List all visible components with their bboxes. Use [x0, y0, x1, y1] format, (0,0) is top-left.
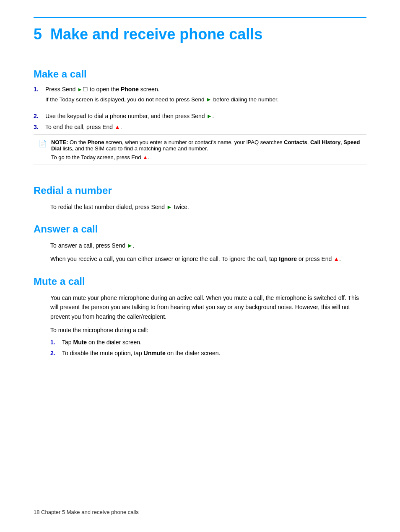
step3-text: To end the call, press End ▲. [45, 124, 366, 130]
answer-para-1: To answer a call, press Send ►. [50, 241, 366, 250]
chapter-title-text: Make and receive phone calls [50, 26, 262, 43]
page-header: 5 Make and receive phone calls [34, 17, 366, 43]
step-1: Press Send ►☐ to open the Phone screen. … [34, 86, 366, 108]
step2-text: Use the keypad to dial a phone number, a… [45, 113, 366, 119]
mute-para-2: To mute the microphone during a call: [50, 325, 366, 335]
mute-call-section: Mute a call You can mute your phone micr… [34, 276, 366, 357]
send-icon-2: ► [207, 113, 213, 119]
note-icon: 📄 [39, 139, 48, 147]
mute-step-2: To disable the mute option, tap Unmute o… [50, 350, 366, 356]
send-icon-1: ► [77, 86, 83, 93]
note-label: NOTE: [51, 139, 68, 145]
make-call-title: Make a call [34, 68, 366, 80]
mute-call-content: You can mute your phone microphone durin… [50, 293, 366, 357]
answer-call-content: To answer a call, press Send ►. When you… [50, 241, 366, 264]
end-icon-note: ▲ [143, 154, 148, 160]
end-icon-answer: ▲ [333, 256, 339, 262]
make-call-steps: Press Send ►☐ to open the Phone screen. … [34, 86, 366, 130]
redial-text: To redial the last number dialed, press … [50, 202, 366, 212]
chapter-title: 5 Make and receive phone calls [34, 26, 366, 43]
step-2: Use the keypad to dial a phone number, a… [34, 113, 366, 119]
send-icon-inline: ► [206, 96, 211, 103]
mute-step2-text: To disable the mute option, tap Unmute o… [62, 350, 366, 356]
make-call-section: Make a call Press Send ►☐ to open the Ph… [34, 68, 366, 165]
note-content: NOTE: On the Phone screen, when you ente… [51, 139, 361, 160]
redial-title: Redial a number [34, 185, 366, 196]
note-extra: To go to the Today screen, press End ▲. [51, 154, 361, 160]
mute-para-1: You can mute your phone microphone durin… [50, 293, 366, 321]
divider-1 [34, 177, 366, 177]
answer-call-section: Answer a call To answer a call, press Se… [34, 223, 366, 264]
send-icon-answer: ► [127, 242, 133, 249]
redial-section: Redial a number To redial the last numbe… [34, 185, 366, 212]
page-footer: 18 Chapter 5 Make and receive phone call… [34, 509, 139, 515]
step1-note: If the Today screen is displayed, you do… [45, 95, 366, 104]
mute-step-1: Tap Mute on the dialer screen. [50, 339, 366, 346]
note-box: 📄 NOTE: On the Phone screen, when you en… [34, 134, 366, 165]
mute-call-title: Mute a call [34, 276, 366, 287]
answer-para-2: When you receive a call, you can either … [50, 254, 366, 263]
end-icon-1: ▲ [114, 124, 120, 130]
answer-call-title: Answer a call [34, 223, 366, 235]
send-icon-redial: ► [166, 204, 172, 210]
mute-steps: Tap Mute on the dialer screen. To disabl… [50, 339, 366, 356]
step1-text: Press Send ►☐ to open the Phone screen. [45, 86, 160, 93]
mute-step1-text: Tap Mute on the dialer screen. [62, 339, 366, 346]
chapter-number: 5 [34, 26, 42, 43]
step-3: To end the call, press End ▲. [34, 124, 366, 130]
note-text: On the Phone screen, when you enter a nu… [51, 139, 360, 152]
